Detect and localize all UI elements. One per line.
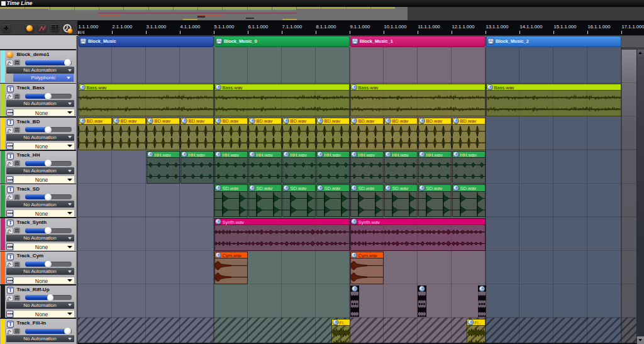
svg-text:T: T [8,153,12,159]
svg-text:T: T [8,187,12,192]
svg-text:T: T [8,321,12,327]
svg-text:T: T [8,86,12,92]
svg-text:T: T [8,287,12,293]
svg-text:T: T [8,254,12,260]
svg-text:T: T [8,119,12,125]
svg-text:T: T [8,221,12,226]
